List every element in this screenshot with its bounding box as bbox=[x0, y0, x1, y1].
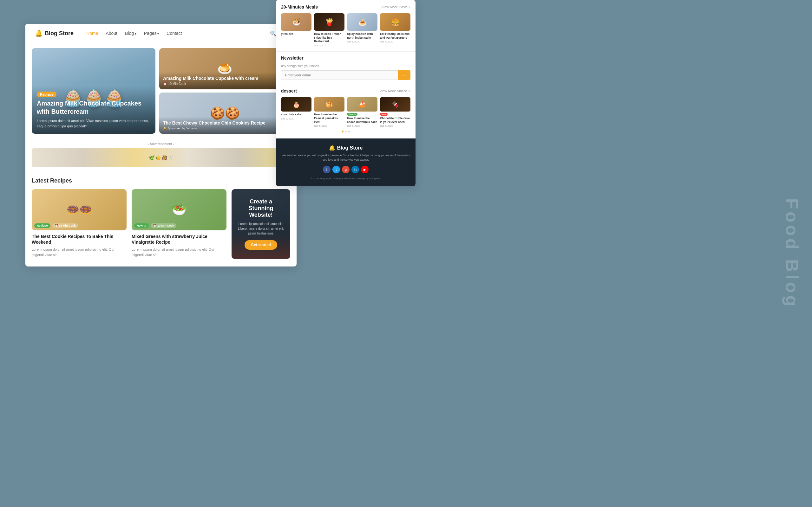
meal-item-3[interactable]: 🍔 Eat Healthy, Delicious and Perfect Bur… bbox=[380, 13, 410, 47]
footer-logo: 🔔 Blog Store bbox=[281, 145, 410, 151]
meal-title-3: Eat Healthy, Delicious and Perfect Burge… bbox=[380, 32, 410, 40]
dessert-img-3: 🍫 bbox=[380, 97, 410, 112]
recipe-card2-title: Mixed Greens with strawberry Juice Vinai… bbox=[132, 233, 226, 245]
meal-item-1[interactable]: 🍟 How to cook French Fries like in a Res… bbox=[314, 13, 345, 47]
latest-recipes-section: Latest Recipes Reciepe ⏰ 10 Min Cook The… bbox=[26, 172, 297, 267]
nav-blog[interactable]: Blog bbox=[125, 31, 136, 36]
dot-2[interactable] bbox=[345, 130, 347, 132]
nav-home[interactable]: Home bbox=[86, 31, 98, 36]
recipe-card2-time: ⏰ 10 Min Cook bbox=[151, 223, 176, 228]
latest-recipes-title: Latest Recipes bbox=[32, 177, 290, 184]
dessert-section-header: dessert View More Videos » bbox=[281, 89, 410, 94]
facebook-button[interactable]: f bbox=[323, 166, 331, 173]
recipe-card2-tag1: How to bbox=[134, 223, 149, 228]
logo-icon: 🔔 bbox=[35, 30, 43, 37]
recipe-card2-tags: How to ⏰ 10 Min Cook bbox=[134, 223, 176, 228]
logo-text: Blog Store bbox=[45, 30, 73, 37]
newsletter-title: Newsletter bbox=[281, 55, 304, 60]
meals-title: 20-Minutes Meals bbox=[281, 4, 318, 9]
recipe-card2-desc: Lorem ipsum dolor sit amet ipsum adipisi… bbox=[132, 247, 226, 257]
hero-card2-sponsored: 🔔 Sponsored by Johnson bbox=[163, 127, 287, 130]
recipe-card2-image: How to ⏰ 10 Min Cook bbox=[132, 189, 226, 230]
hero-section: Reciepe Amazing Milk Chocolate Cupcakes … bbox=[26, 43, 297, 139]
dessert-item-0[interactable]: 🎂 chocolate cake Oct 6, 2020 bbox=[281, 97, 311, 127]
meal-food-0: 🍜 bbox=[281, 13, 311, 31]
recipe-grid: Reciepe ⏰ 10 Min Cook The Best Cookie Re… bbox=[32, 189, 290, 259]
dessert-img-0: 🎂 bbox=[281, 97, 311, 112]
newsletter-form: → bbox=[281, 70, 410, 80]
site-logo[interactable]: 🔔 Blog Store bbox=[35, 30, 73, 37]
meal-date-3: Oct 7, 2020 bbox=[380, 40, 410, 43]
newsletter-email-input[interactable] bbox=[281, 70, 398, 80]
pagination-dots bbox=[281, 127, 410, 134]
twitter-button[interactable]: t bbox=[333, 166, 340, 173]
footer-logo-text: Blog Store bbox=[337, 145, 363, 151]
dessert-tag-2: How to bbox=[347, 113, 357, 116]
nav-pages[interactable]: Pages bbox=[144, 31, 159, 36]
recipe-card-2[interactable]: How to ⏰ 10 Min Cook Mixed Greens with s… bbox=[132, 189, 226, 259]
meal-img-3: 🍔 bbox=[380, 13, 410, 31]
meal-title-2: Spicy noodles with north indian style bbox=[347, 32, 377, 40]
nav-contact[interactable]: Contact bbox=[166, 31, 182, 36]
ad-banner[interactable]: 🌿 🍋 🥘 🍴 bbox=[32, 148, 290, 167]
dessert-date-0: Oct 6, 2020 bbox=[281, 117, 311, 120]
dessert-item-2[interactable]: 🍰 How to How to make the choco buttermil… bbox=[347, 97, 377, 127]
hero-card2-overlay: The Best Chewy Chocolate Chip Cookies Re… bbox=[159, 117, 290, 134]
meals-section: 20-Minutes Meals View More Posts » 🍜 y r… bbox=[276, 0, 415, 52]
newsletter-submit-button[interactable]: → bbox=[398, 70, 410, 80]
dessert-img-1: 🥞 bbox=[314, 97, 345, 112]
dessert-date-1: Oct 4, 2020 bbox=[314, 124, 345, 127]
meals-grid: 🍜 y recipes 🍟 How to cook French Fries l… bbox=[281, 13, 410, 47]
dessert-date-3: Oct 6, 2020 bbox=[380, 124, 410, 127]
footer-copyright: © 2020 Blog Store. All Rights Reserved |… bbox=[281, 177, 410, 180]
recipe-card1-title: The Best Cookie Recipes To Bake This Wee… bbox=[32, 233, 126, 245]
dessert-tag-3: New bbox=[380, 113, 388, 116]
meal-img-2: 🍝 bbox=[347, 13, 377, 31]
hero-side-card-2[interactable]: The Best Chewy Chocolate Chip Cookies Re… bbox=[159, 93, 290, 134]
search-icon[interactable]: 🔍 bbox=[270, 31, 276, 37]
newsletter-subtitle: ney straight into your inbox. bbox=[281, 64, 410, 68]
dessert-date-2: Oct 6, 2020 bbox=[347, 124, 377, 127]
google-plus-button[interactable]: g bbox=[342, 166, 350, 173]
linkedin-button[interactable]: in bbox=[351, 166, 359, 173]
hero-side-card-1[interactable]: Amazing Milk Chocolate Cupcake with crea… bbox=[159, 48, 290, 89]
footer-logo-icon: 🔔 bbox=[329, 145, 335, 151]
ad-image: 🌿 🍋 🥘 🍴 bbox=[32, 148, 290, 167]
hero-main-card[interactable]: Reciepe Amazing Milk Chocolate Cupcakes … bbox=[32, 48, 155, 134]
dot-1[interactable] bbox=[342, 130, 344, 132]
hero-main-description: Lorem ipsum dolor sit amet elit. Vitae n… bbox=[37, 118, 150, 129]
hero-tag: Reciepe bbox=[37, 92, 56, 97]
hero-side-cards: Amazing Milk Chocolate Cupcake with crea… bbox=[159, 48, 290, 134]
promo-description: Lorem, ipsum dolor sit amet elit. Libero… bbox=[237, 222, 285, 236]
footer-description: We want to provide you with a great expe… bbox=[281, 153, 410, 162]
dessert-food-3: 🍫 bbox=[380, 97, 410, 112]
youtube-button[interactable]: ▶ bbox=[361, 166, 368, 173]
right-panel: 20-Minutes Meals View More Posts » 🍜 y r… bbox=[276, 0, 415, 186]
dessert-item-3[interactable]: 🍫 New Chocolate truffle cake is you'll e… bbox=[380, 97, 410, 127]
hero-card2-sponsor-text: Sponsored by Johnson bbox=[167, 127, 197, 130]
dessert-title-0: chocolate cake bbox=[281, 113, 311, 117]
hero-card1-time: 10 Min Cook bbox=[168, 82, 186, 86]
dot-3[interactable] bbox=[348, 130, 350, 132]
newsletter-header: Newsletter bbox=[281, 55, 410, 60]
meals-view-more[interactable]: View More Posts » bbox=[381, 5, 410, 9]
dessert-title-2: How to make the choco buttermilk cake bbox=[347, 117, 377, 124]
vertical-food-blog-label: Food Blog bbox=[782, 199, 803, 309]
navigation: 🔔 Blog Store Home About Blog Pages Conta… bbox=[26, 24, 297, 43]
recipe-card-1[interactable]: Reciepe ⏰ 10 Min Cook The Best Cookie Re… bbox=[32, 189, 126, 259]
dessert-grid: 🎂 chocolate cake Oct 6, 2020 🥞 How to ma… bbox=[281, 97, 410, 127]
meal-item-2[interactable]: 🍝 Spicy noodles with north indian style … bbox=[347, 13, 377, 47]
hero-main-overlay: Reciepe Amazing Milk Chocolate Cupcakes … bbox=[32, 86, 155, 134]
meal-food-2: 🍝 bbox=[347, 13, 377, 31]
clock-icon: ⏰ bbox=[163, 82, 167, 86]
dessert-item-1[interactable]: 🥞 How to make the Easiest pancakes ever … bbox=[314, 97, 345, 127]
recipe-card1-tag1: Reciepe bbox=[34, 223, 50, 228]
promo-get-started-button[interactable]: Get started bbox=[245, 240, 277, 250]
dessert-view-more[interactable]: View More Videos » bbox=[380, 89, 410, 93]
meal-item-0[interactable]: 🍜 y recipes bbox=[281, 13, 311, 47]
newsletter-section: Newsletter ney straight into your inbox.… bbox=[276, 52, 415, 84]
meal-date-1: Oct 5, 2020 bbox=[314, 44, 345, 47]
nav-about[interactable]: About bbox=[106, 31, 117, 36]
main-content-card: 🔔 Blog Store Home About Blog Pages Conta… bbox=[26, 24, 297, 267]
dessert-img-2: 🍰 bbox=[347, 97, 377, 112]
